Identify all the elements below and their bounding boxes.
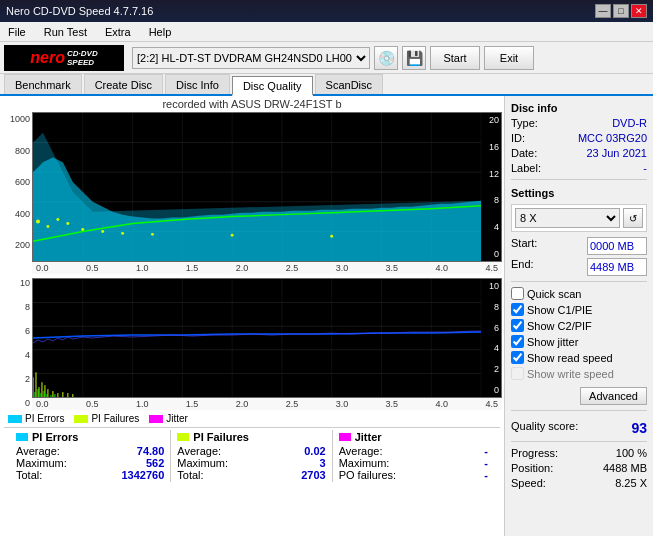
position-val: 4488 MB [603,462,647,474]
divider-4 [511,441,647,442]
pi-err-avg-label: Average: [16,445,60,457]
lower-x-axis: 0.0 0.5 1.0 1.5 2.0 2.5 3.0 3.5 4.0 4.5 [32,398,502,410]
side-panel: Disc info Type: DVD-R ID: MCC 03RG20 Dat… [505,96,653,536]
minimize-btn[interactable]: — [595,4,611,18]
lower-right-y3: 4 [483,343,499,353]
tab-scandisc[interactable]: ScanDisc [315,74,383,94]
legend-pi-errors-label: PI Errors [25,413,64,424]
show-c2pif-cb[interactable] [511,319,524,332]
lower-chart: 10 8 6 4 2 0 [32,278,502,398]
svg-point-21 [121,232,124,235]
drive-select[interactable]: [2:2] HL-DT-ST DVDRAM GH24NSD0 LH00 [132,47,370,69]
jitter-max-label: Maximum: [339,457,390,469]
tabs-bar: Benchmark Create Disc Disc Info Disc Qua… [0,74,653,96]
upper-y0: 1000 [4,114,30,124]
svg-point-17 [56,218,59,221]
toolbar: nero CD·DVDSPEED [2:2] HL-DT-ST DVDRAM G… [0,42,653,74]
pi-fail-swatch [177,433,189,441]
refresh-icon[interactable]: ↺ [623,208,643,228]
quick-scan-row: Quick scan [511,287,647,300]
maximize-btn[interactable]: □ [613,4,629,18]
svg-point-20 [101,230,104,233]
svg-point-19 [81,228,84,231]
disc-type-val: DVD-R [612,117,647,129]
pi-err-total-val: 1342760 [122,469,165,481]
end-mb-row: End: [511,258,647,276]
svg-point-16 [46,225,49,228]
end-mb-label: End: [511,258,534,276]
pi-err-label: PI Errors [32,431,78,443]
pi-err-swatch [16,433,28,441]
upper-right-y5: 0 [483,249,499,259]
menu-extra[interactable]: Extra [101,25,135,39]
tab-createdisc[interactable]: Create Disc [84,74,163,94]
divider-2 [511,281,647,282]
upper-x-axis: 0.0 0.5 1.0 1.5 2.0 2.5 3.0 3.5 4.0 4.5 [32,262,502,274]
upper-chart: 20 16 12 8 4 0 [32,112,502,262]
disc-date-val: 23 Jun 2021 [586,147,647,159]
quick-scan-cb[interactable] [511,287,524,300]
cd-icon[interactable]: 💿 [374,46,398,70]
tab-benchmark[interactable]: Benchmark [4,74,82,94]
upper-right-y2: 12 [483,169,499,179]
quick-scan-label: Quick scan [527,288,581,300]
chart-title: recorded with ASUS DRW-24F1ST b [2,98,502,110]
lower-right-y1: 8 [483,302,499,312]
upper-y4: 200 [4,240,30,250]
jitter-color [149,415,163,423]
show-c1pie-row: Show C1/PIE [511,303,647,316]
progress-val: 100 % [616,447,647,459]
upper-y3: 400 [4,209,30,219]
pi-failures-color [74,415,88,423]
menu-runtest[interactable]: Run Test [40,25,91,39]
tab-discinfo[interactable]: Disc Info [165,74,230,94]
save-icon[interactable]: 💾 [402,46,426,70]
tab-discquality[interactable]: Disc Quality [232,76,313,96]
jitter-avg-label: Average: [339,445,383,457]
show-read-speed-label: Show read speed [527,352,613,364]
legend-area: PI Errors PI Failures Jitter [2,410,502,427]
stat-pi-failures: PI Failures Average: 0.02 Maximum: 3 Tot… [171,430,332,482]
show-write-speed-row: Show write speed [511,367,647,380]
disc-info-title: Disc info [511,102,647,114]
disc-id-val: MCC 03RG20 [578,132,647,144]
lower-y5: 0 [4,398,30,408]
lower-y2: 6 [4,326,30,336]
jitter-avg-val: - [484,445,488,457]
menu-help[interactable]: Help [145,25,176,39]
divider-1 [511,179,647,180]
lower-y3: 4 [4,350,30,360]
po-fail-val: - [484,469,488,481]
pi-fail-total-label: Total: [177,469,203,481]
pi-err-avg-val: 74.80 [137,445,165,457]
advanced-button[interactable]: Advanced [580,387,647,405]
speed-select[interactable]: 8 X [515,208,620,228]
main-content: recorded with ASUS DRW-24F1ST b 1000 800… [0,96,653,536]
lower-chart-y-right: 10 8 6 4 2 0 [481,279,501,397]
pi-fail-label: PI Failures [193,431,249,443]
speed-row: 8 X ↺ [515,208,643,228]
close-btn[interactable]: ✕ [631,4,647,18]
start-mb-input[interactable] [587,237,647,255]
lower-right-y0: 10 [483,281,499,291]
exit-button[interactable]: Exit [484,46,534,70]
show-jitter-label: Show jitter [527,336,578,348]
upper-chart-y-right: 20 16 12 8 4 0 [481,113,501,261]
menu-file[interactable]: File [4,25,30,39]
end-mb-input[interactable] [587,258,647,276]
progress-row: Progress: 100 % [511,447,647,459]
nero-logo: nero CD·DVDSPEED [4,45,124,71]
show-c1pie-cb[interactable] [511,303,524,316]
show-write-speed-cb [511,367,524,380]
quality-score-label: Quality score: [511,420,578,436]
show-jitter-cb[interactable] [511,335,524,348]
pi-fail-avg-val: 0.02 [304,445,325,457]
start-button[interactable]: Start [430,46,480,70]
pi-fail-max-val: 3 [320,457,326,469]
stat-pi-errors: PI Errors Average: 74.80 Maximum: 562 To… [10,430,171,482]
svg-marker-14 [33,133,481,261]
show-c2pif-row: Show C2/PIF [511,319,647,332]
svg-point-15 [36,220,40,224]
show-read-speed-cb[interactable] [511,351,524,364]
speed-label: Speed: [511,477,546,489]
